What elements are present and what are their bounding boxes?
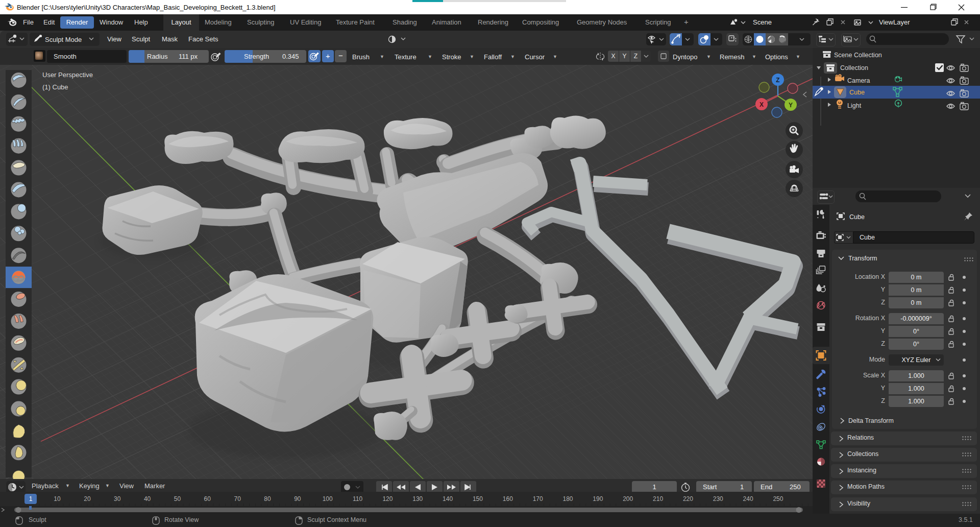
svg-text:Cube: Cube [849,89,865,96]
svg-text:User Perspective: User Perspective [42,71,93,79]
svg-text:Collection: Collection [840,64,868,71]
svg-text:Scene Collection: Scene Collection [834,52,882,59]
svg-text:Z: Z [776,77,779,84]
svg-text:Y: Y [789,102,793,109]
svg-text:(1) Cube: (1) Cube [42,83,68,91]
svg-text:X: X [760,101,764,108]
svg-text:Light: Light [847,102,862,109]
svg-text:Camera: Camera [847,77,870,84]
